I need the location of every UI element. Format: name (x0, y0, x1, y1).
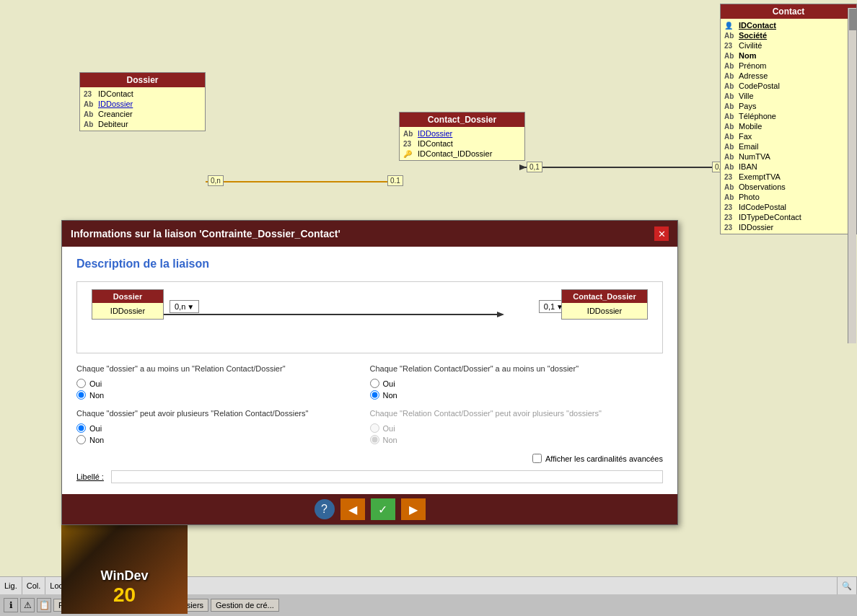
libelle-input[interactable] (111, 470, 663, 483)
rel-right-header: Contact_Dossier (562, 290, 647, 303)
table-row: 23 IDContact (84, 89, 201, 99)
field-icon: Ab (724, 32, 736, 40)
radio-label-q3-non: Non (89, 436, 104, 444)
field-name: Fax (739, 132, 752, 141)
taskbar-icon-warn[interactable]: ⚠ (20, 598, 35, 612)
field-name: IDContact_IDDossier (418, 149, 492, 158)
table-row: Ab CodePostal (724, 81, 853, 91)
field-icon: Ab (724, 183, 736, 191)
dialog-title: Informations sur la liaison 'Contrainte_… (71, 228, 340, 239)
dialog-footer: ? ◀ ✓ ▶ (62, 494, 677, 524)
radio-item-q3-oui[interactable]: Oui (76, 423, 370, 433)
help-button[interactable]: ? (315, 499, 335, 519)
table-row: Ab Fax (724, 131, 853, 141)
field-icon: 23 (724, 214, 736, 221)
table-row: Ab NumTVA (724, 151, 853, 162)
scroll-thumb[interactable] (849, 9, 856, 30)
table-row: Ab Photo (724, 192, 853, 202)
field-icon: Ab (724, 143, 736, 151)
dossier-table-header: Dossier (80, 73, 205, 87)
table-row: Ab Creancier (84, 109, 201, 119)
table-row: Ab IDDossier (84, 99, 201, 109)
field-name: Photo (739, 193, 760, 201)
radio-item-q2-non[interactable]: Non (370, 390, 664, 400)
field-name-iddossier[interactable]: IDDossier (98, 100, 133, 108)
card-label-0n-left: 0,n (208, 175, 224, 186)
contact-dossier-header: Contact_Dossier (400, 113, 524, 127)
contact-scrollbar[interactable] (848, 8, 856, 343)
dossier-table: Dossier 23 IDContact Ab IDDossier Ab Cre… (79, 72, 206, 131)
field-icon: Ab (724, 82, 736, 90)
radio-q3-oui[interactable] (76, 423, 86, 433)
ok-button[interactable]: ✓ (371, 498, 395, 520)
radio-item-q3-non[interactable]: Non (76, 435, 370, 444)
card-label-01-right: 0,1 (527, 162, 542, 172)
radio-q2-oui[interactable] (370, 379, 379, 388)
field-icon: 🔑 (403, 150, 415, 158)
table-row: Ab IBAN (724, 162, 853, 172)
rel-left-table: Dossier IDDossier (92, 289, 164, 320)
question2: Chaque "Relation Contact/Dossier" a au m… (370, 364, 664, 373)
field-icon: 23 (724, 203, 736, 211)
radio-q1-oui[interactable] (76, 379, 86, 388)
field-icon: Ab (724, 123, 736, 131)
field-icon: Ab (724, 153, 736, 161)
taskbar-icon-info[interactable]: ℹ (4, 598, 18, 612)
field-icon: Ab (724, 163, 736, 171)
table-row: 23 IdCodePostal (724, 202, 853, 212)
radio-col-left: Chaque "dossier" a au moins un "Relation… (76, 364, 370, 402)
radio-q3-non[interactable] (76, 435, 86, 444)
field-icon: Ab (724, 113, 736, 120)
field-name[interactable]: IDDossier (418, 129, 452, 138)
dossier-table-body: 23 IDContact Ab IDDossier Ab Creancier A… (80, 87, 205, 131)
radio-label-q1-non: Non (89, 391, 104, 400)
libelle-label: Libellé : (76, 472, 104, 481)
field-icon: 23 (403, 140, 415, 148)
field-icon: Ab (724, 133, 736, 141)
radio-item-q2-oui[interactable]: Oui (370, 379, 664, 388)
table-row: 23 IDContact (403, 138, 521, 149)
card-right-value: 0,1 (544, 302, 555, 311)
col-cell: Col. (22, 577, 46, 594)
field-name: IBAN (739, 162, 757, 171)
advanced-cardinality-checkbox[interactable] (532, 454, 542, 463)
field-societe: Société (739, 31, 767, 40)
prev-button[interactable]: ◀ (340, 498, 365, 520)
field-icon: Ab (724, 62, 736, 70)
field-name: IDDossier (739, 223, 773, 232)
radio-label-q4-oui: Oui (383, 424, 395, 433)
radio-label-q2-oui: Oui (383, 379, 395, 388)
contact-dossier-table: Contact_Dossier Ab IDDossier 23 IDContac… (399, 112, 525, 161)
radio-item-q1-oui[interactable]: Oui (76, 379, 370, 388)
table-row: Ab Prénom (724, 61, 853, 71)
table-row: Ab Pays (724, 101, 853, 111)
taskbar-icon-misc[interactable]: 📋 (37, 598, 51, 612)
search-icon-cell[interactable]: 🔍 (838, 577, 857, 594)
taskbar-item-gestion[interactable]: Gestion de cré... (211, 599, 279, 612)
radio-col-right-2: Chaque "Relation Contact/Dossier" peut a… (370, 409, 664, 446)
contact-panel: Contact 👤 IDContact Ab Société 23 Civili… (720, 4, 857, 234)
table-row: 🔑 IDContact_IDDossier (403, 149, 521, 159)
field-name: Mobile (739, 122, 762, 131)
radio-col-right: Chaque "Relation Contact/Dossier" a au m… (370, 364, 664, 402)
field-icon: 23 (724, 173, 736, 181)
rel-right-table: Contact_Dossier IDDossier (561, 289, 648, 320)
field-icon: Ab (724, 72, 736, 80)
field-icon: 23 (84, 90, 95, 98)
field-name: IdCodePostal (739, 203, 786, 211)
dialog-close-button[interactable]: ✕ (654, 226, 669, 241)
field-name: IDContact (98, 89, 133, 98)
table-row: Ab Adresse (724, 71, 853, 81)
rel-right-body: IDDossier (562, 303, 647, 319)
radio-section: Chaque "dossier" a au moins un "Relation… (76, 364, 663, 402)
radio-item-q1-non[interactable]: Non (76, 390, 370, 400)
field-icon: 👤 (724, 22, 736, 30)
radio-q1-non[interactable] (76, 390, 86, 400)
next-button[interactable]: ▶ (401, 498, 426, 520)
radio-label-q1-oui: Oui (89, 379, 102, 388)
table-row: Ab Téléphone (724, 111, 853, 121)
radio-q2-non[interactable] (370, 390, 379, 400)
field-icon: Ab (403, 130, 415, 138)
dialog-content: Description de la liaison Dossier IDDoss… (62, 247, 677, 494)
field-name: IDContact (418, 139, 453, 148)
